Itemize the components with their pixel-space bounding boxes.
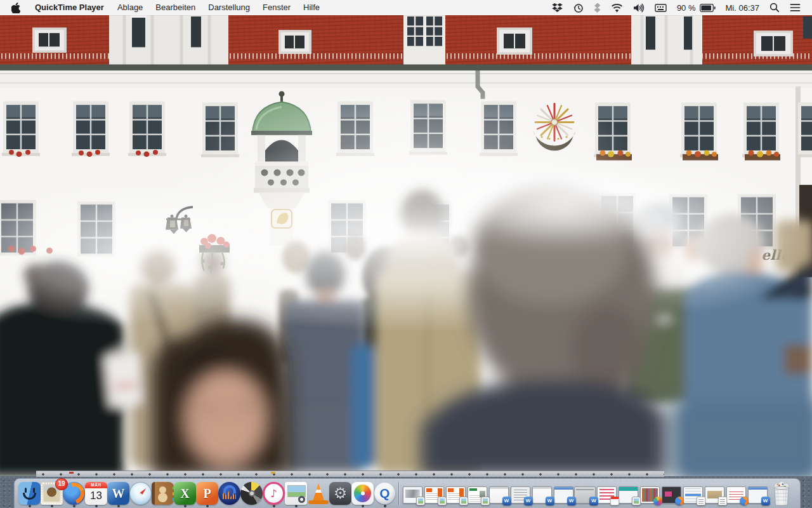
window-thumbnail: W — [532, 486, 552, 504]
bluetooth-menu-icon[interactable] — [589, 0, 606, 15]
dock-app-itunes[interactable]: ♪ — [263, 479, 285, 508]
roof-tower-left — [109, 15, 228, 73]
window-thumbnail — [726, 486, 746, 504]
minimized-window-9[interactable]: W — [574, 479, 596, 508]
window-thumbnail: W — [574, 486, 596, 504]
volume-icon — [633, 3, 645, 13]
vlc-icon — [307, 482, 329, 505]
menu-hilfe[interactable]: Hilfe — [297, 0, 326, 15]
timeline-strip — [36, 471, 664, 477]
minimized-window-1[interactable] — [402, 479, 423, 508]
firefox-badge-icon — [675, 497, 684, 505]
spotlight-menu-icon[interactable] — [764, 0, 785, 15]
menu-darstellung[interactable]: Darstellung — [202, 0, 256, 15]
menu-fenster[interactable]: Fenster — [256, 0, 297, 15]
minimized-window-10[interactable] — [596, 479, 617, 508]
dock-app-calendar[interactable]: MÄR13 — [85, 479, 107, 508]
quicktime-video-frame[interactable]: eller — [0, 15, 812, 476]
menubar-app-name[interactable]: QuickTime Player — [28, 0, 111, 15]
keyboard-menu-icon[interactable] — [650, 0, 672, 15]
minimized-window-4[interactable] — [466, 479, 488, 508]
dock-app-mail[interactable]: 19 — [41, 479, 63, 508]
window-thumbnail: W — [511, 486, 530, 504]
word-badge-icon: W — [761, 497, 770, 505]
textedit-badge-icon — [718, 497, 727, 505]
minimized-window-16[interactable] — [725, 479, 747, 508]
dock-app-preview[interactable] — [285, 479, 307, 508]
minimized-window-15[interactable] — [704, 479, 725, 508]
dock-app-sysprefs[interactable]: ⚙ — [329, 479, 351, 508]
roof-tower-mid — [403, 15, 445, 73]
word-badge-icon: W — [589, 497, 598, 505]
running-indicator — [184, 505, 187, 507]
minimized-window-11[interactable] — [617, 479, 639, 508]
time-machine-menu-icon[interactable] — [568, 0, 589, 15]
menu-ablage[interactable]: Ablage — [111, 0, 149, 15]
window-thumbnail: W — [554, 486, 573, 504]
minimized-window-5[interactable]: W — [488, 479, 509, 508]
dock-app-safari[interactable] — [129, 479, 152, 508]
battery-icon — [700, 4, 716, 12]
battery-percent: 90 % — [677, 3, 696, 13]
keyboard-icon — [655, 3, 667, 13]
finder-icon — [18, 482, 41, 505]
dock-app-audacity[interactable] — [218, 479, 240, 508]
window-thumbnail: W — [748, 486, 768, 504]
battery-menu-icon[interactable] — [698, 0, 721, 15]
dock-app-powerpoint[interactable]: P — [196, 479, 218, 508]
apple-menu[interactable] — [11, 3, 20, 13]
minimized-window-6[interactable]: W — [509, 479, 531, 508]
wifi-menu-icon[interactable] — [606, 0, 628, 15]
dock-apps: 19MÄR13WXP♪⚙Q — [18, 479, 396, 508]
running-indicator — [384, 505, 386, 507]
dock-minimized: WWWWWW — [402, 479, 768, 508]
video-scene-art: eller — [0, 15, 812, 476]
dock-app-excel[interactable]: X — [174, 479, 196, 508]
dock-app-word[interactable]: W — [107, 479, 129, 508]
window-thumbnail — [662, 486, 681, 504]
volume-menu-icon[interactable] — [628, 0, 650, 15]
word-badge-icon: W — [567, 497, 576, 505]
dock-app-quicktime[interactable]: Q — [374, 479, 396, 508]
calendar-icon: MÄR13 — [85, 482, 107, 505]
dock: 19MÄR13WXP♪⚙Q WWWWWW — [14, 478, 801, 508]
dock-app-finder[interactable] — [18, 479, 41, 508]
running-indicator — [295, 505, 298, 507]
itunes-icon: ♪ — [263, 482, 285, 505]
dock-app-photos[interactable] — [351, 479, 374, 508]
running-indicator — [95, 505, 98, 507]
running-indicator — [29, 505, 31, 507]
minimized-window-14[interactable] — [682, 479, 704, 508]
contacts-icon — [152, 482, 174, 505]
powerpoint-icon: P — [196, 482, 218, 505]
dock-trash[interactable] — [768, 479, 795, 508]
notification-center-menu-icon[interactable] — [785, 0, 806, 15]
menu-bearbeiten[interactable]: Bearbeiten — [149, 0, 202, 15]
minimized-window-2[interactable] — [423, 479, 445, 508]
minimized-window-17[interactable]: W — [747, 479, 768, 508]
minimized-window-8[interactable]: W — [553, 479, 574, 508]
running-indicator — [73, 505, 75, 507]
minimized-window-13[interactable] — [660, 479, 682, 508]
menubar-clock[interactable]: Mi. 06:37 — [721, 0, 764, 15]
minimized-window-7[interactable]: W — [531, 479, 553, 508]
dock-app-disc[interactable] — [240, 479, 263, 508]
minimized-window-3[interactable] — [445, 479, 466, 508]
dock-app-vlc[interactable] — [307, 479, 329, 508]
strip-tick-yellow — [271, 472, 275, 474]
minimized-window-12[interactable] — [639, 479, 660, 508]
window-thumbnail — [640, 486, 660, 504]
unread-count-badge: 19 — [55, 478, 68, 490]
textedit-badge-icon — [697, 497, 705, 505]
firefox-badge-icon — [740, 497, 749, 505]
spotlight-icon — [769, 3, 780, 13]
foreground-woman — [152, 319, 291, 476]
window-thumbnail — [403, 486, 422, 504]
dropbox-menu-icon[interactable] — [547, 0, 568, 15]
preview-badge-icon — [438, 497, 447, 505]
dock-app-contacts[interactable] — [152, 479, 174, 508]
running-indicator — [206, 505, 209, 507]
preview-badge-icon — [481, 497, 490, 505]
menu-bar: QuickTime Player Ablage Bearbeiten Darst… — [0, 0, 812, 15]
window-thumbnail — [705, 486, 724, 504]
